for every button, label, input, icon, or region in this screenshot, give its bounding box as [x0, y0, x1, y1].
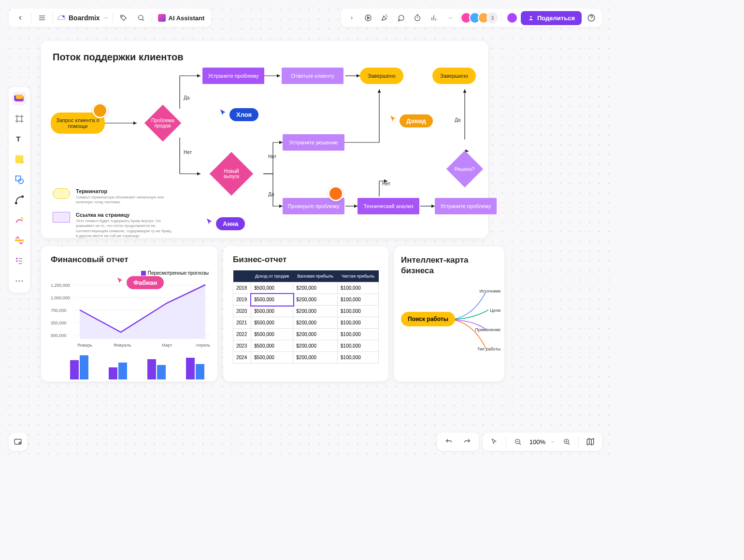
biz-table[interactable]: Доход от продажВаловая прибыльЧистая при… [233, 270, 379, 364]
svg-rect-60 [147, 359, 156, 379]
flowchart-panel[interactable]: Поток поддержки клиентов Запрос клиента … [41, 41, 488, 238]
svg-point-33 [16, 280, 17, 282]
svg-rect-58 [109, 367, 117, 379]
menu-button[interactable] [35, 11, 49, 25]
ai-assistant-button[interactable]: AI Assistant [156, 14, 207, 22]
flow-fix2[interactable]: Устраните проблему [435, 198, 497, 214]
tool-text[interactable]: T [13, 132, 26, 146]
ai-logo-icon [158, 14, 166, 22]
edge-no: Нет [184, 150, 192, 155]
canvas-avatar [328, 186, 343, 201]
pointer-button[interactable] [487, 435, 501, 448]
play-button[interactable] [361, 11, 375, 25]
svg-text:500,000: 500,000 [51, 333, 67, 338]
flow-solved[interactable]: Решено? [446, 151, 483, 187]
svg-text:Апрель: Апрель [196, 343, 210, 348]
svg-rect-63 [196, 364, 204, 379]
svg-line-6 [142, 19, 143, 21]
cloud-icon [57, 14, 66, 21]
table-row[interactable]: 2018$500,000$200,000$100,000 [233, 282, 379, 294]
svg-point-34 [19, 280, 20, 282]
business-panel[interactable]: Бизнес-отчет Доход от продажВаловая приб… [223, 246, 388, 381]
top-bar: Boardmix AI Assistant 3 Поделиться [9, 9, 602, 27]
svg-point-5 [138, 15, 143, 20]
mind-root[interactable]: Поиск работы [401, 312, 455, 326]
tool-sticky[interactable] [13, 153, 26, 166]
svg-point-24 [18, 179, 23, 183]
svg-rect-62 [186, 358, 195, 379]
tag-button[interactable] [117, 11, 130, 25]
flow-fix1[interactable]: Устраните проблему [202, 68, 264, 84]
biz-title: Бизнес-отчет [233, 255, 379, 265]
flow-reply[interactable]: Ответьте клиенту [282, 68, 343, 84]
tool-frame[interactable] [13, 112, 26, 126]
cursor-chloe: Хлоя [219, 104, 258, 121]
share-button[interactable]: Поделиться [521, 11, 582, 25]
collaborator-avatars[interactable]: 3 [463, 12, 498, 24]
zoom-value[interactable]: 100% [529, 438, 545, 446]
tool-shape[interactable] [13, 173, 26, 186]
tool-connector[interactable] [13, 193, 26, 207]
edge-no: Нет [382, 181, 390, 186]
svg-point-4 [122, 16, 122, 17]
svg-point-65 [19, 442, 20, 444]
undo-button[interactable] [442, 435, 456, 448]
flow-done2[interactable]: Завершено [432, 68, 476, 84]
bottom-bar: 100% [437, 433, 602, 451]
table-row[interactable]: 2022$500,000$200,000$100,000 [233, 329, 379, 340]
flow-tech[interactable]: Технический анализ [358, 198, 419, 214]
mind-child[interactable]: Применение [475, 327, 501, 332]
chevron-down-icon [103, 15, 109, 21]
edge-no: Нет [268, 154, 276, 159]
zoom-in-button[interactable] [560, 435, 573, 448]
svg-text:Март: Март [162, 343, 172, 348]
expand-button[interactable] [345, 11, 358, 25]
flow-fixsol[interactable]: Устраните решение [283, 134, 344, 151]
tool-templates[interactable] [13, 92, 26, 105]
mind-child[interactable]: Цели [490, 308, 501, 313]
flow-done1[interactable]: Завершено [360, 68, 403, 84]
celebrate-button[interactable] [378, 11, 391, 25]
mind-child[interactable]: Тип работы [477, 347, 501, 351]
map-button[interactable] [584, 435, 597, 448]
tool-pen[interactable] [13, 213, 26, 227]
table-row[interactable]: 2021$500,000$200,000$100,000 [233, 317, 379, 329]
zoom-out-button[interactable] [511, 435, 525, 448]
svg-text:250,000: 250,000 [51, 321, 67, 325]
timer-button[interactable] [411, 11, 424, 25]
user-avatar[interactable] [506, 12, 518, 24]
svg-rect-30 [16, 260, 17, 262]
avatar-count: 3 [486, 12, 498, 24]
comment-button[interactable] [394, 11, 408, 25]
table-row[interactable]: 2024$500,000$200,000$100,000 [233, 352, 379, 364]
chevron-down-icon [550, 439, 555, 444]
chart-button[interactable] [427, 11, 441, 25]
more-dropdown[interactable] [444, 11, 457, 25]
svg-text:Январь: Январь [77, 343, 92, 348]
table-row[interactable]: 2023$500,000$200,000$100,000 [233, 340, 379, 352]
svg-rect-28 [16, 258, 17, 259]
board-name-dropdown[interactable]: Boardmix [57, 14, 109, 22]
layers-button[interactable] [9, 433, 27, 451]
help-button[interactable] [585, 11, 598, 25]
svg-rect-61 [157, 365, 166, 379]
tool-more[interactable] [13, 274, 26, 288]
tool-list[interactable] [13, 254, 26, 267]
svg-point-26 [22, 196, 23, 197]
table-row[interactable]: 2019$500,000$200,000$100,000 [233, 294, 379, 306]
svg-text:1,250,000: 1,250,000 [51, 283, 70, 288]
tool-sidebar: T [9, 87, 30, 293]
mind-child[interactable]: Источники [480, 289, 501, 294]
tool-highlight[interactable] [13, 234, 26, 247]
mindmap-panel[interactable]: Интеллект-карта бизнеса Поиск работы Ист… [394, 246, 504, 381]
redo-button[interactable] [460, 435, 474, 448]
back-button[interactable] [14, 11, 27, 25]
finance-panel[interactable]: Финансовый отчет Пересмотренные прогнозы… [41, 246, 217, 381]
svg-point-3 [62, 15, 65, 18]
flow-decision-sales[interactable]: Проблема продаж [144, 105, 181, 141]
svg-rect-56 [70, 360, 79, 379]
table-row[interactable]: 2020$500,000$200,000$100,000 [233, 306, 379, 317]
svg-rect-59 [118, 363, 127, 379]
flow-newissue[interactable]: Новый выпуск [210, 152, 254, 196]
search-button[interactable] [134, 11, 148, 25]
